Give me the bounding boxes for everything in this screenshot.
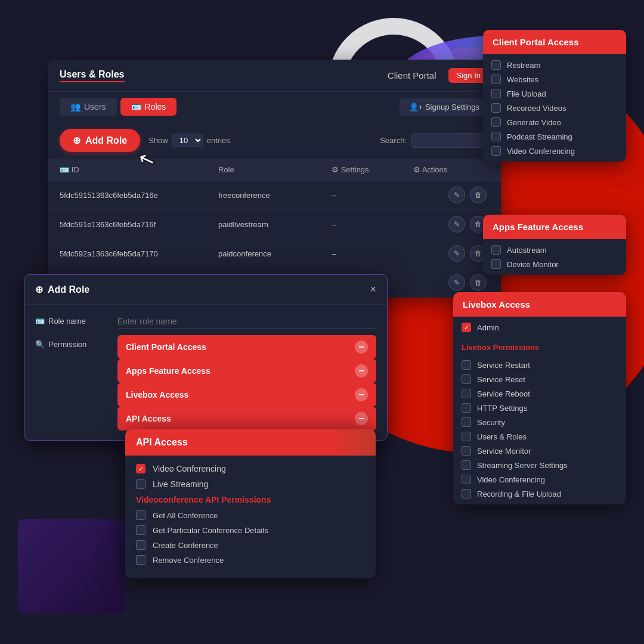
edit-icon[interactable]: ✎ bbox=[448, 216, 465, 233]
col-header-settings: ⚙ Settings bbox=[320, 159, 401, 181]
admin-checkbox[interactable]: ✓ bbox=[462, 323, 471, 332]
cell-role: freeconference bbox=[206, 181, 320, 210]
signup-settings-button[interactable]: 👤+ Signup Settings bbox=[400, 98, 489, 116]
role-name-input[interactable] bbox=[117, 314, 376, 329]
api-sub-item: Create Conference bbox=[136, 540, 365, 550]
livebox-perm-item: Security bbox=[462, 417, 618, 427]
tab-users[interactable]: 👥 Users bbox=[60, 98, 117, 116]
edit-icon[interactable]: ✎ bbox=[448, 245, 465, 262]
checkbox[interactable] bbox=[491, 132, 501, 141]
item-label: Get Particular Conference Details bbox=[153, 526, 268, 535]
delete-icon[interactable]: 🗑 bbox=[470, 274, 487, 291]
checkbox[interactable] bbox=[462, 475, 471, 484]
livebox-perm-item: Video Conferencing bbox=[462, 475, 618, 484]
checkbox[interactable] bbox=[491, 245, 501, 255]
item-label: Generate Video bbox=[507, 118, 561, 127]
client-portal-access-panel: Client Portal Access RestreamWebsitesFil… bbox=[483, 30, 626, 162]
checkbox[interactable] bbox=[491, 60, 501, 70]
item-label: Service Restart bbox=[477, 361, 530, 370]
checkbox[interactable] bbox=[136, 540, 145, 550]
permission-row[interactable]: Client Portal Access− bbox=[117, 335, 376, 359]
edit-icon[interactable]: ✎ bbox=[448, 274, 465, 291]
checkbox[interactable] bbox=[462, 460, 471, 470]
permission-row[interactable]: API Access− bbox=[117, 407, 376, 431]
checkbox[interactable] bbox=[491, 103, 501, 113]
access-item: Recorded Videos bbox=[491, 103, 618, 113]
checkbox[interactable] bbox=[491, 75, 501, 84]
checkbox[interactable] bbox=[136, 525, 145, 535]
item-label: Recording & File Upload bbox=[477, 490, 561, 499]
item-label: Remove Conference bbox=[153, 556, 224, 565]
permission-row[interactable]: Livebox Access− bbox=[117, 383, 376, 407]
checkbox[interactable] bbox=[462, 432, 471, 441]
create-role-button[interactable]: ⊕ Add Role bbox=[60, 129, 140, 152]
table-header-row: 🪪 ID Role ⚙ Settings ⚙ Actions bbox=[48, 159, 501, 181]
modal-close-button[interactable]: × bbox=[370, 283, 376, 296]
item-label: Restream bbox=[507, 61, 540, 70]
api-item: Live Streaming bbox=[136, 479, 365, 489]
search-input[interactable] bbox=[411, 133, 489, 148]
permission-label: Livebox Access bbox=[126, 390, 188, 400]
api-sub-item: Get Particular Conference Details bbox=[136, 525, 365, 535]
checkbox[interactable] bbox=[136, 479, 145, 489]
item-label: Users & Roles bbox=[477, 432, 527, 441]
delete-icon[interactable]: 🗑 bbox=[470, 187, 487, 203]
checkbox[interactable] bbox=[462, 446, 471, 456]
api-item: ✓Video Conferencing bbox=[136, 464, 365, 473]
client-portal-access-body: RestreamWebsitesFile UploadRecorded Vide… bbox=[483, 54, 626, 162]
api-access-header: API Access bbox=[125, 429, 376, 456]
checkbox[interactable] bbox=[491, 117, 501, 127]
panel-title: Users & Roles bbox=[60, 69, 125, 80]
cell-actions: ✎ 🗑 bbox=[401, 181, 501, 210]
item-label: HTTP Settings bbox=[477, 404, 527, 413]
checkbox[interactable] bbox=[136, 555, 145, 565]
permission-label: API Access bbox=[126, 414, 171, 423]
modal-title: ⊕ Add Role bbox=[35, 284, 89, 295]
checkbox[interactable] bbox=[462, 360, 471, 370]
actions-icon: ⚙ bbox=[413, 165, 420, 174]
modal-permissions-list: Client Portal Access−Apps Feature Access… bbox=[117, 335, 376, 431]
checkbox[interactable] bbox=[462, 403, 471, 413]
collapse-icon[interactable]: − bbox=[355, 388, 368, 401]
livebox-perm-item: Service Reboot bbox=[462, 389, 618, 398]
apps-feature-access-body: AutostreamDevice Monitor bbox=[483, 239, 626, 275]
api-items-list: ✓Video ConferencingLive Streaming bbox=[136, 464, 365, 489]
item-label: Get All Conference bbox=[153, 511, 218, 520]
livebox-perm-item: Users & Roles bbox=[462, 432, 618, 441]
users-roles-panel: Users & Roles Client Portal Sign In 👥 Us… bbox=[48, 60, 501, 298]
edit-icon[interactable]: ✎ bbox=[448, 187, 465, 203]
livebox-perm-item: Service Reset bbox=[462, 374, 618, 384]
checkbox[interactable] bbox=[491, 146, 501, 156]
panel-header: Users & Roles Client Portal Sign In bbox=[48, 60, 501, 92]
item-label: Service Reboot bbox=[477, 389, 530, 398]
create-role-label: Add Role bbox=[85, 135, 127, 146]
id-icon: 🪪 bbox=[60, 165, 69, 174]
livebox-perm-item: Recording & File Upload bbox=[462, 489, 618, 499]
checkbox[interactable]: ✓ bbox=[136, 464, 145, 473]
checkbox[interactable] bbox=[462, 489, 471, 499]
checkbox[interactable] bbox=[491, 259, 501, 269]
item-label: Recorded Videos bbox=[507, 104, 566, 113]
cell-id: 5fdc59151363c6feb5da716e bbox=[48, 181, 206, 210]
collapse-icon[interactable]: − bbox=[355, 412, 368, 425]
modal-body: 🪪 Role name 🔍 Permission Client Portal A… bbox=[24, 305, 387, 440]
item-label: Websites bbox=[507, 75, 538, 84]
cell-settings: -- bbox=[320, 181, 401, 210]
livebox-permissions-title: Livebox Permissions bbox=[453, 338, 626, 354]
checkbox[interactable] bbox=[136, 510, 145, 520]
permission-label: 🔍 Permission bbox=[35, 340, 107, 349]
panel-tabs: 👥 Users 🪪 Roles 👤+ Signup Settings bbox=[48, 92, 501, 122]
permission-row[interactable]: Apps Feature Access− bbox=[117, 359, 376, 383]
collapse-icon[interactable]: − bbox=[355, 340, 368, 354]
entries-select[interactable]: 10 25 50 bbox=[172, 134, 203, 147]
collapse-icon[interactable]: − bbox=[355, 364, 368, 377]
checkbox[interactable] bbox=[462, 417, 471, 427]
item-label: Autostream bbox=[507, 246, 546, 255]
checkbox[interactable] bbox=[462, 374, 471, 384]
checkbox[interactable] bbox=[462, 389, 471, 398]
checkbox[interactable] bbox=[491, 89, 501, 98]
cell-id: 5fdc591e1363c6feb5da716f bbox=[48, 210, 206, 239]
item-label: Service Monitor bbox=[477, 447, 531, 456]
tab-roles[interactable]: 🪪 Roles bbox=[120, 98, 177, 116]
table-row: 5fdc592a1363c6feb5da7170 paidconference … bbox=[48, 239, 501, 268]
